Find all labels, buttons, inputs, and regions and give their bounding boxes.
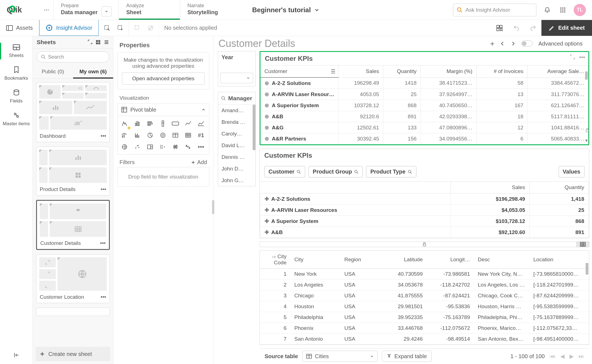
viz-area-icon[interactable]	[196, 119, 206, 128]
manager-item[interactable]: David L…	[218, 140, 255, 151]
pivot-row[interactable]: ✚A-2-Z Solutions$196,298.491,418	[260, 194, 589, 205]
city-col-region[interactable]: Region	[340, 251, 379, 269]
manager-item[interactable]: John D…	[218, 163, 255, 175]
kpi1-col-customer[interactable]: Customer☰	[261, 66, 339, 78]
rail-collapse-icon[interactable]	[13, 352, 20, 358]
edit-sheet-button[interactable]: Edit sheet	[541, 20, 592, 36]
viz-bar-h-icon[interactable]	[145, 119, 155, 128]
nav-tab-prepare[interactable]: Prepare Data manager	[53, 0, 119, 20]
card-menu-icon[interactable]: •••	[101, 294, 106, 300]
viz-type-selector[interactable]: Pivot table	[117, 103, 209, 116]
pivot-row[interactable]: ✚A-ARVIN Laser Resources$4,053.0525	[260, 205, 589, 216]
kpi1-row[interactable]: ⊕A&R Partners30392.4515634.0994556…65065…	[261, 133, 588, 144]
selections-tool-icon[interactable]	[117, 25, 124, 31]
pivot-filter-group[interactable]: Product Group	[309, 166, 363, 177]
tab-public[interactable]: Public (0)	[33, 66, 73, 79]
kpi1-col-invoices[interactable]: # of Invoices	[476, 66, 528, 78]
city-row[interactable]: 2Los AngelesUSA34.053678-118.242702Los A…	[260, 280, 589, 290]
viz-auto-icon[interactable]	[120, 119, 129, 128]
pager-prev-icon[interactable]: ◀	[560, 353, 564, 360]
user-avatar[interactable]: TL	[574, 4, 586, 16]
city-col-city[interactable]: City	[290, 251, 340, 269]
table-view-toggle[interactable]	[576, 242, 589, 247]
pager-first-icon[interactable]: ⏮	[550, 353, 555, 360]
kpi1-row[interactable]: ⊕A-ARVIN Laser Resources4053.052537.9264…	[261, 89, 588, 100]
insight-advisor-button[interactable]: Insight Advisor	[39, 20, 99, 36]
nav-tab-narrate[interactable]: Narrate Storytelling	[180, 0, 241, 20]
sheets-search[interactable]: Search	[37, 51, 109, 62]
manager-filter[interactable]: Manager Amand… Brenda … Caroly… David L……	[218, 92, 256, 186]
city-col-lat[interactable]: Latitude	[379, 251, 427, 269]
viz-waterfall-icon[interactable]	[183, 142, 193, 152]
bookmarks-grid-icon[interactable]	[491, 20, 508, 36]
city-row[interactable]: 1New YorkUSA40.730599-73.986581New York …	[260, 269, 589, 280]
city-row[interactable]: 5PhiladelphiaUSA39.952335-75.163789Phila…	[260, 312, 589, 323]
viz-bar-v-icon[interactable]	[133, 119, 142, 128]
sheet-card-product[interactable]: Product Details •••	[36, 147, 110, 195]
search-icon[interactable]	[221, 96, 226, 101]
kpi1-col-qty[interactable]: Quantity	[383, 66, 421, 78]
manager-item[interactable]: Brenda …	[218, 116, 255, 128]
notifications-icon[interactable]	[543, 5, 552, 15]
pivot-filter-customer[interactable]: Customer	[264, 166, 305, 177]
rail-fields[interactable]: Fields	[0, 85, 33, 108]
pivot-values[interactable]: Values	[559, 166, 584, 177]
next-sheet-icon[interactable]	[511, 41, 516, 46]
pivot-row[interactable]: ✚A&B$92,120.60891	[260, 227, 589, 238]
source-select[interactable]: Cities	[302, 351, 377, 362]
sheet-card-customer-details[interactable]: Customer Details •••	[36, 200, 110, 250]
viz-scatter-icon[interactable]	[133, 142, 142, 152]
add-filter-button[interactable]: Add	[191, 159, 207, 165]
city-row[interactable]: 3ChicagoUSA41.875555-87.624421Chicago, C…	[260, 290, 589, 301]
city-col-loc[interactable]: Location	[529, 251, 589, 269]
viz-bullet-icon[interactable]	[158, 119, 168, 128]
kpi1-col-margin[interactable]: Margin (%)	[421, 66, 476, 78]
create-sheet-button[interactable]: Create new sheet	[36, 347, 110, 361]
pivot-row[interactable]: ✚A Superior System$103,728.12868	[260, 216, 589, 227]
tab-my-own[interactable]: My own (6)	[73, 66, 113, 79]
viz-pivot-table-icon[interactable]	[183, 130, 193, 140]
manager-item[interactable]: Caroly…	[218, 128, 255, 140]
viz-table-icon[interactable]	[171, 130, 180, 140]
city-row[interactable]: 6PhoenixUSA33.446768-112.075672Phoenix, …	[260, 323, 589, 334]
kpi1-row[interactable]: ⊕A&G12502.6113347.0800896…121041.88416…	[261, 122, 588, 133]
apps-grid-icon[interactable]	[558, 5, 568, 15]
city-col-desc[interactable]: Desc	[474, 251, 529, 269]
card-menu-icon[interactable]: •••	[101, 186, 106, 192]
viz-kpi-icon[interactable]: #1	[196, 130, 206, 140]
list-view-icon[interactable]	[104, 39, 109, 45]
kpi-table-1[interactable]: Customer KPIs ••• Customer☰ Sales Quanti…	[260, 51, 589, 145]
redo-icon[interactable]	[525, 20, 541, 36]
city-row[interactable]: 7San AntonioUSA29.4246-98.49514San Anton…	[260, 334, 589, 345]
city-row[interactable]: 4HoustonUSA29.981501-95.53836Houston, Ha…	[260, 301, 589, 312]
kpi-table-2[interactable]: Customer KPIs Customer Product Group Pro…	[260, 149, 589, 238]
insight-search[interactable]: Ask Insight Advisor	[453, 4, 536, 16]
sheet-card-dashboard[interactable]: #1	[36, 82, 110, 142]
assets-button[interactable]: Assets	[0, 20, 39, 36]
kpi1-row[interactable]: ⊕A Superior System103728.1286840.7450650…	[261, 100, 588, 111]
prev-sheet-icon[interactable]	[500, 41, 505, 46]
viz-combo-icon[interactable]	[120, 130, 129, 140]
viz-distribution-icon[interactable]	[158, 142, 168, 152]
rail-master[interactable]: Master items	[0, 108, 33, 130]
year-filter[interactable]: Year	[218, 51, 256, 86]
sheet-card-customer-location[interactable]: Customer Location •••	[36, 254, 110, 303]
undo-icon[interactable]	[508, 20, 525, 36]
manager-item[interactable]: Amand…	[218, 105, 255, 116]
sheet-card-partial[interactable]	[36, 308, 110, 316]
pager-last-icon[interactable]: ⏭	[579, 353, 584, 360]
card-menu-icon[interactable]: •••	[100, 240, 106, 246]
viz-box-icon[interactable]	[171, 142, 180, 152]
city-col-code[interactable]: ↑≡City Code	[260, 251, 290, 269]
viz-pie-icon[interactable]	[145, 130, 155, 140]
filter-drop-zone[interactable]: Drop field to filter visualization	[117, 167, 209, 187]
expand-table-button[interactable]: Expand table	[382, 351, 432, 362]
add-chart-icon[interactable]: +	[490, 39, 494, 48]
nav-tab-analyze[interactable]: Analyze Sheet	[119, 0, 180, 20]
manager-scrollbar[interactable]	[253, 105, 255, 150]
kpi1-row[interactable]: ⊕A-2-Z Solutions196298.49141838.4171523……	[261, 77, 588, 89]
fullscreen-icon[interactable]	[570, 54, 575, 60]
pivot-col-qty[interactable]: Quantity	[530, 182, 589, 194]
pivot-filter-type[interactable]: Product Type	[366, 166, 416, 177]
viz-treemap-icon[interactable]	[145, 142, 155, 152]
